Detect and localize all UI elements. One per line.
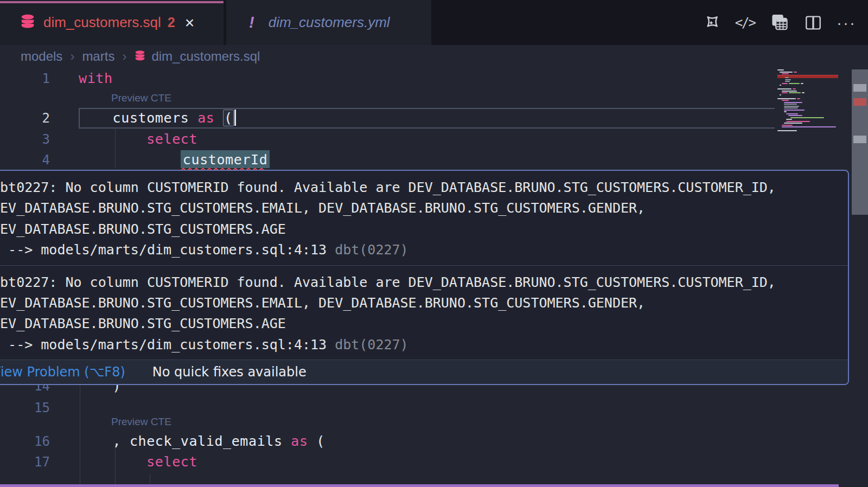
chevron-right-icon: › <box>70 49 74 64</box>
minimap-code-line <box>786 121 810 122</box>
breadcrumb-item-file[interactable]: dim_customers.sql <box>151 49 260 64</box>
line-number: 15 <box>16 398 50 418</box>
line-number: 16 <box>16 431 50 452</box>
code-line-4: customerId <box>79 150 270 170</box>
database-icon <box>134 50 146 65</box>
indent-guide <box>115 129 116 168</box>
tab-problem-count-badge: 2 <box>168 15 175 30</box>
line-number: 17 <box>16 452 50 472</box>
minimap-code-line <box>790 117 824 118</box>
tab-dim-customers-yml[interactable]: ! dim_customers.yml <box>226 0 431 45</box>
overview-error-mark <box>853 98 866 106</box>
editor-actions: </> ··· <box>701 0 856 45</box>
minimap-code-line <box>780 72 793 73</box>
code-line-1: with <box>79 68 113 89</box>
minimap-code-line <box>785 77 789 78</box>
minimap-code-line <box>784 102 802 103</box>
minimap-code-line <box>782 126 836 127</box>
minimap-code-line <box>786 113 798 114</box>
line-number: 3 <box>16 129 50 150</box>
overview-mark <box>853 136 866 143</box>
breadcrumb-item-models[interactable]: models <box>21 49 62 64</box>
error-indicator-icon: ! <box>249 14 254 31</box>
close-icon[interactable]: × <box>185 15 195 31</box>
minimap-code-line <box>784 110 805 111</box>
minimap-code-line <box>788 115 802 116</box>
error-location: --> models/marts/dim_customers.sql:4:13 … <box>0 335 839 355</box>
minimap-code-line <box>789 92 801 93</box>
minimap-code-line <box>784 123 802 124</box>
code-lens-preview-cte[interactable]: Preview CTE <box>111 91 171 105</box>
database-icon <box>20 14 36 32</box>
indent-guide <box>150 473 150 484</box>
code-lens-preview-cte[interactable]: Preview CTE <box>111 415 171 429</box>
query-results-icon[interactable] <box>769 12 790 33</box>
text-cursor <box>234 110 236 126</box>
minimap-code-line <box>785 81 790 82</box>
error-source: dbt(0227) <box>335 242 408 258</box>
minimap-code-line <box>782 125 793 126</box>
minimap-code-line <box>777 130 797 131</box>
error-text: dbt0227: No column CUSTOMERID found. Ava… <box>0 177 839 198</box>
line-number: 4 <box>16 150 50 170</box>
error-hover-popup: dbt0227: No column CUSTOMERID found. Ava… <box>0 170 849 385</box>
minimap-code-line <box>793 88 796 89</box>
minimap-code-line <box>794 72 797 73</box>
tab-dim-customers-sql[interactable]: dim_customers.sql 2 × <box>0 0 224 45</box>
scrollbar <box>852 68 868 487</box>
code-line-2: customers as ( <box>79 108 236 129</box>
minimap-code-line <box>782 100 789 101</box>
more-actions-icon[interactable]: ··· <box>837 14 856 32</box>
no-quick-fixes-text: No quick fixes available <box>152 364 307 380</box>
compiled-code-icon[interactable]: </> <box>735 15 755 30</box>
dbt-power-user-icon[interactable] <box>701 13 721 33</box>
minimap-code-line <box>797 98 800 99</box>
minimap-code-line <box>786 119 792 120</box>
overview-mark <box>853 84 866 92</box>
error-source: dbt(0227) <box>335 337 408 353</box>
line-number-current: 2 <box>16 108 50 129</box>
breadcrumb-item-marts[interactable]: marts <box>82 49 114 64</box>
minimap-code-line <box>784 111 787 112</box>
breadcrumb: models › marts › dim_customers.sql <box>0 45 868 68</box>
minimap-code-line <box>785 79 791 80</box>
indent-guide <box>115 447 116 484</box>
minimap-code-line <box>780 85 781 86</box>
code-line-17: select <box>79 452 197 472</box>
minimap-code-line <box>802 92 805 93</box>
minimap-code-line <box>801 83 803 84</box>
split-editor-icon[interactable] <box>804 14 822 32</box>
minimap-code-line <box>784 107 798 108</box>
minimap-code-line <box>777 98 796 99</box>
minimap-code-line <box>784 106 799 107</box>
indent-guide <box>80 382 80 484</box>
code-line-3: select <box>79 129 197 150</box>
panel-accent-line <box>0 484 839 487</box>
tab-label: dim_customers.yml <box>269 14 390 31</box>
error-text: DEV_DATABASE.BRUNO.STG_CUSTOMERS.EMAIL, … <box>0 293 839 313</box>
error-text: DEV_DATABASE.BRUNO.STG_CUSTOMERS.AGE <box>0 219 839 240</box>
line-number: 1 <box>16 68 50 89</box>
active-tab-accent <box>0 1 224 3</box>
error-text: DEV_DATABASE.BRUNO.STG_CUSTOMERS.EMAIL, … <box>0 198 839 219</box>
minimap-code-line <box>777 69 784 71</box>
editor-window: dim_customers.sql 2 × ! dim_customers.ym… <box>0 0 868 487</box>
tab-label: dim_customers.sql <box>43 14 161 31</box>
minimap-code-line <box>780 94 781 95</box>
code-line-16: , check_valid_emails as ( <box>79 431 325 452</box>
hover-footer: View Problem (⌥F8) No quick fixes availa… <box>0 360 848 384</box>
error-text: DEV_DATABASE.BRUNO.STG_CUSTOMERS.AGE <box>0 313 839 334</box>
view-problem-link[interactable]: View Problem (⌥F8) <box>0 364 125 380</box>
minimap-code-line <box>782 92 788 93</box>
minimap-code-line <box>782 91 797 92</box>
chevron-right-icon: › <box>122 49 126 64</box>
tab-bar: dim_customers.sql 2 × ! dim_customers.ym… <box>0 0 868 45</box>
minimap-code-line <box>777 88 792 89</box>
error-message-block: dbt0227: No column CUSTOMERID found. Ava… <box>0 266 848 360</box>
minimap-code-line <box>784 104 797 105</box>
error-message-block: dbt0227: No column CUSTOMERID found. Ava… <box>0 171 848 265</box>
error-text: dbt0227: No column CUSTOMERID found. Ava… <box>0 272 839 293</box>
error-location: --> models/marts/dim_customers.sql:4:13 … <box>0 240 839 260</box>
minimap-code-line <box>782 83 788 84</box>
minimap-code-line <box>789 83 800 84</box>
